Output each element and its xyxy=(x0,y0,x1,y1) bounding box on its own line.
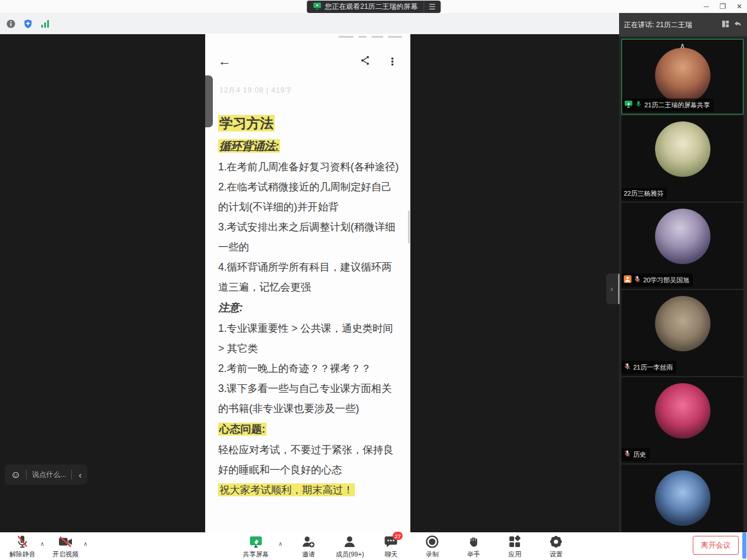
note-kebab-menu-icon: ⋮ xyxy=(387,55,397,68)
participant-name: 21历二王瑞的屏幕共享 xyxy=(644,101,710,110)
sidebar-header: 正在讲话: 21历二王瑞 xyxy=(619,13,747,37)
sidebar-scrollbar[interactable] xyxy=(618,274,620,304)
layout-view-icon[interactable] xyxy=(721,19,730,31)
note-line: 3.考试安排出来之后调整计划(稍微详细一些的 xyxy=(218,217,400,257)
note-line-text: 心态问题: xyxy=(218,423,266,436)
note-meta-line: 12月4 19:08 | 419字 xyxy=(219,85,397,95)
participant-name: 22历三杨雅芬 xyxy=(624,189,663,198)
scrollbar-thumb[interactable] xyxy=(742,532,746,559)
toolbar-button-label: 举手 xyxy=(467,550,480,559)
security-shield-icon[interactable] xyxy=(23,19,33,29)
toolbar-button-settings[interactable]: 设置 xyxy=(539,535,572,559)
phone-status-marks xyxy=(205,35,410,38)
scroll-up-chevron[interactable]: ∧ xyxy=(680,42,686,50)
apps-icon xyxy=(508,535,522,549)
restore-back-icon[interactable] xyxy=(733,19,742,31)
member-role-icon xyxy=(624,275,631,285)
chat-collapse-icon[interactable]: ‹ xyxy=(77,470,81,480)
mic-muted-icon xyxy=(624,449,631,460)
watching-banner[interactable]: 您正在观看21历二王瑞的屏幕 ☰ xyxy=(307,1,440,13)
note-line-text: 轻松应对考试，不要过于紧张，保持良好的睡眠和一个良好的心态 xyxy=(218,444,394,476)
chat-unread-badge: 27 xyxy=(393,532,403,540)
toolbar-button-mic-muted[interactable]: 解除静音 xyxy=(6,535,39,559)
toolbar-caret-icon[interactable]: ∧ xyxy=(40,541,44,547)
mic-muted-icon xyxy=(624,362,631,373)
note-line: 2.考前一晚上的奇迹？？裸考？？ xyxy=(218,358,400,378)
participant-tile[interactable]: 21历一李丝雨 xyxy=(621,290,743,376)
participant-avatar xyxy=(655,121,710,177)
toolbar-button-record[interactable]: 录制 xyxy=(416,535,449,559)
note-line: 4.循环背诵所学所有科目，建议循环两道三遍，记忆会更强 xyxy=(218,257,400,297)
network-signal-icon[interactable] xyxy=(40,19,50,29)
note-line: 学习方法 xyxy=(218,111,400,136)
toolbar-button-label: 成员(99+) xyxy=(335,550,364,559)
window-titlebar: 您正在观看21历二王瑞的屏幕 ☰ ─ ❐ ✕ xyxy=(0,0,747,13)
mic-on-icon xyxy=(635,100,642,110)
participant-tile[interactable]: 22历三杨雅芬 xyxy=(621,116,743,202)
record-icon xyxy=(425,535,439,549)
toolbar-button-label: 共享屏幕 xyxy=(243,550,269,559)
close-button[interactable]: ✕ xyxy=(735,2,743,11)
note-line: 循环背诵法: xyxy=(218,136,400,157)
note-line-text: 学习方法 xyxy=(218,115,275,131)
sidebar-collapse-tab[interactable]: › xyxy=(606,274,617,304)
note-line: 2.在临考试稍微接近的几周制定好自己的计划(不详细的)并开始背 xyxy=(218,177,400,217)
participant-name: 历史 xyxy=(633,450,646,459)
note-line: 注意: xyxy=(218,297,400,318)
participant-label: 20学习部吴国旭 xyxy=(621,274,693,286)
note-back-icon: ← xyxy=(218,55,231,68)
note-line-text: 2.考前一晚上的奇迹？？裸考？？ xyxy=(218,363,371,374)
raise-hand-icon xyxy=(467,535,480,549)
toolbar-button-screen-share[interactable]: 共享屏幕 xyxy=(239,535,272,559)
note-line-text: 祝大家考试顺利，期末高过！ xyxy=(218,483,355,496)
participant-label: 22历三杨雅芬 xyxy=(621,188,667,199)
participant-tile[interactable]: 20学习部吴国旭 xyxy=(621,203,743,289)
settings-icon xyxy=(549,535,563,549)
toolbar-button-invite[interactable]: 邀请 xyxy=(292,535,325,559)
toolbar-button-label: 邀请 xyxy=(302,550,315,559)
note-line: 祝大家考试顺利，期末高过！ xyxy=(218,480,400,500)
emoji-icon[interactable]: ☺ xyxy=(11,470,21,480)
toolbar-button-label: 设置 xyxy=(549,550,562,559)
note-line: 3.课下多看一些与自己专业课方面相关的书籍(非专业课也要涉及一些) xyxy=(218,378,400,419)
mic-muted-icon xyxy=(634,275,641,285)
minimize-button[interactable]: ─ xyxy=(702,2,710,11)
toolbar-button-label: 录制 xyxy=(426,550,439,559)
shared-screen-area: ← ⋮ 12月4 19:08 | 419字 学习方法循环背诵法:1.在考前几周准… xyxy=(0,34,619,532)
toolbar-button-apps[interactable]: 应用 xyxy=(498,535,531,559)
participant-label: 历史 xyxy=(621,448,650,461)
participant-avatar xyxy=(655,296,710,351)
toolbar-button-members[interactable]: 成员(99+) xyxy=(333,535,366,559)
note-line-text: 2.在临考试稍微接近的几周制定好自己的计划(不详细的)并开始背 xyxy=(218,181,392,213)
phone-side-handle xyxy=(205,75,213,127)
leave-meeting-button[interactable]: 离开会议 xyxy=(693,536,739,555)
toolbar-button-raise-hand[interactable]: 举手 xyxy=(457,535,490,559)
meeting-info-icon[interactable] xyxy=(6,19,16,29)
participant-tile[interactable]: 历史 xyxy=(621,377,743,463)
participants-sidebar: 正在讲话: 21历二王瑞 ∧21历二王瑞的屏幕共享22历三杨雅芬20学习部吴国旭… xyxy=(619,13,747,532)
participant-tile[interactable]: ∧21历二王瑞的屏幕共享 xyxy=(621,39,743,114)
screen-share-icon xyxy=(624,100,633,110)
chat-input-placeholder[interactable]: 说点什么... xyxy=(32,470,66,480)
toolbar-button-chat[interactable]: 27聊天 xyxy=(374,535,407,559)
invite-icon xyxy=(301,535,315,549)
note-line-text: 1.在考前几周准备好复习资料(各种途径) xyxy=(218,161,399,173)
participant-avatar xyxy=(655,48,710,103)
participant-label: 21历二王瑞的屏幕共享 xyxy=(622,98,713,111)
meeting-window: 您正在观看21历二王瑞的屏幕 ☰ ─ ❐ ✕ ← xyxy=(0,0,747,560)
camera-off-icon xyxy=(58,535,73,549)
banner-menu-icon[interactable]: ☰ xyxy=(423,1,440,13)
watching-banner-main: 您正在观看21历二王瑞的屏幕 xyxy=(307,1,423,13)
note-line-text: 3.课下多看一些与自己专业课方面相关的书籍(非专业课也要涉及一些) xyxy=(218,383,392,414)
toolbar-button-label: 解除静音 xyxy=(9,550,35,559)
phone-scrollbar xyxy=(408,210,410,243)
quick-chat-bar[interactable]: ☺ 说点什么... ‹ xyxy=(5,465,87,485)
members-icon xyxy=(343,535,357,549)
note-line-text: 1.专业课重要性 > 公共课，通史类时间 > 其它类 xyxy=(218,322,393,354)
toolbar-caret-icon[interactable]: ∧ xyxy=(83,541,87,547)
participant-label: 21历一李丝雨 xyxy=(621,361,676,374)
toolbar-caret-icon[interactable]: ∧ xyxy=(278,541,282,547)
maximize-button[interactable]: ❐ xyxy=(719,2,727,11)
note-line-text: 4.循环背诵所学所有科目，建议循环两道三遍，记忆会更强 xyxy=(218,261,392,293)
toolbar-button-camera-off[interactable]: 开启视频 xyxy=(49,535,82,559)
